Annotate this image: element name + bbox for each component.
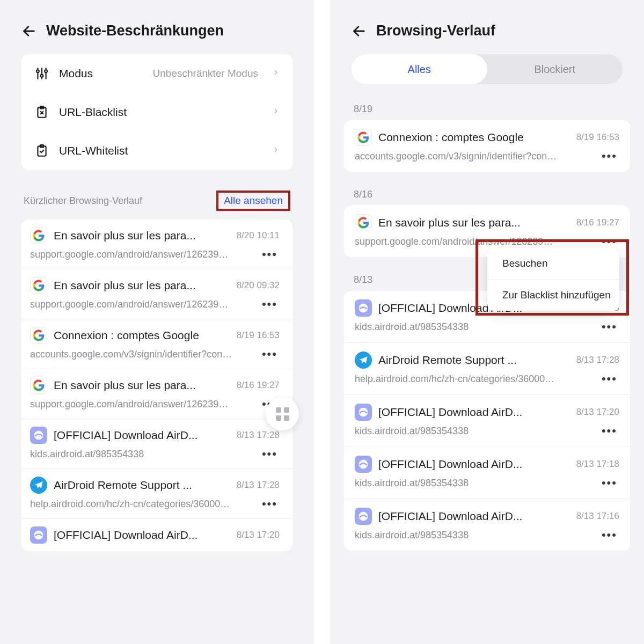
tab-blocked[interactable]: Blockiert: [487, 54, 623, 84]
google-icon: [30, 227, 47, 244]
item-title: En savoir plus sur les para...: [378, 216, 570, 229]
chevron-right-icon: [272, 146, 280, 156]
item-time: 8/13 17:28: [576, 355, 619, 365]
grid-icon: [276, 407, 289, 421]
history-group-card: [OFFICIAL] Download AirD...8/13 17:28kid…: [344, 291, 630, 551]
item-time: 8/19 16:53: [576, 132, 619, 143]
item-title: [OFFICIAL] Download AirD...: [378, 510, 570, 523]
item-url: kids.airdroid.at/985354338: [355, 321, 594, 333]
more-button[interactable]: •••: [260, 447, 280, 461]
item-time: 8/13 17:16: [576, 511, 619, 522]
more-button[interactable]: •••: [599, 476, 619, 490]
modus-value: Unbeschränkter Modus: [153, 68, 258, 79]
settings-card: Modus Unbeschränkter Modus URL-Blacklist…: [21, 54, 292, 170]
history-item[interactable]: [OFFICIAL] Download AirD...8/13 17:20: [21, 519, 292, 551]
more-button[interactable]: •••: [599, 149, 619, 163]
google-icon: [30, 327, 47, 344]
chevron-right-icon: [272, 69, 280, 78]
item-url: help.airdroid.com/hc/zh-cn/categories/36…: [30, 499, 254, 510]
item-time: 8/20 10:11: [237, 230, 280, 241]
item-time: 8/13 17:20: [576, 407, 619, 418]
highlight-see-all: Alle ansehen: [216, 191, 290, 211]
clipboard-x-icon: [34, 105, 49, 120]
airdroid-icon: [30, 427, 47, 444]
row-modus[interactable]: Modus Unbeschränkter Modus: [21, 54, 292, 93]
item-time: 8/16 19:27: [576, 217, 619, 228]
item-url: support.google.com/android/answer/126239…: [355, 236, 594, 247]
arrow-left-icon: [352, 24, 367, 39]
item-title: [OFFICIAL] Download AirD...: [378, 458, 570, 471]
telegram-icon: [30, 477, 47, 494]
item-time: 8/13 17:20: [237, 530, 280, 540]
more-button[interactable]: •••: [260, 247, 280, 261]
see-all-link[interactable]: Alle ansehen: [224, 195, 283, 206]
history-item[interactable]: Connexion : comptes Google8/19 16:53acco…: [344, 120, 630, 172]
row-url-blacklist[interactable]: URL-Blacklist: [21, 93, 292, 131]
history-item[interactable]: [OFFICIAL] Download AirD...8/13 17:28kid…: [21, 419, 292, 469]
tab-all[interactable]: Alles: [352, 54, 487, 84]
history-item[interactable]: [OFFICIAL] Download AirD...8/13 17:20kid…: [344, 395, 630, 447]
page-title: Browsing-Verlauf: [376, 23, 495, 39]
item-title: En savoir plus sur les para...: [54, 279, 230, 292]
item-time: 8/16 19:27: [237, 380, 280, 391]
recent-history-list: En savoir plus sur les para...8/20 10:11…: [21, 219, 292, 551]
history-item[interactable]: AirDroid Remote Support ...8/13 17:28hel…: [344, 343, 630, 395]
item-url: accounts.google.com/v3/signin/identifier…: [355, 151, 594, 162]
history-item[interactable]: En savoir plus sur les para...8/20 09:32…: [21, 269, 292, 319]
item-time: 8/20 09:32: [237, 280, 280, 291]
header: Browsing-Verlauf: [330, 0, 644, 54]
back-button[interactable]: [21, 24, 36, 39]
item-url: support.google.com/android/answer/126239…: [30, 299, 254, 310]
clipboard-check-icon: [34, 143, 49, 158]
history-item[interactable]: AirDroid Remote Support ...8/13 17:28hel…: [21, 469, 292, 519]
item-title: En savoir plus sur les para...: [54, 229, 230, 242]
item-time: 8/19 16:53: [237, 330, 280, 341]
item-title: Connexion : comptes Google: [378, 131, 570, 144]
history-item[interactable]: [OFFICIAL] Download AirD...8/13 17:18kid…: [344, 447, 630, 499]
airdroid-icon: [355, 456, 372, 473]
sliders-icon: [34, 66, 49, 81]
blacklist-label: URL-Blacklist: [59, 106, 258, 119]
more-button[interactable]: •••: [599, 528, 619, 542]
back-button[interactable]: [352, 24, 367, 39]
more-button[interactable]: •••: [260, 497, 280, 511]
history-item[interactable]: Connexion : comptes Google8/19 16:53acco…: [21, 319, 292, 369]
recent-history-header: Kürzlicher Browsing-Verlauf Alle ansehen: [0, 173, 314, 219]
airdroid-icon: [355, 508, 372, 525]
item-time: 8/13 17:28: [237, 430, 280, 441]
date-header: 8/16: [330, 180, 644, 206]
item-url: accounts.google.com/v3/signin/identifier…: [30, 349, 254, 360]
more-button[interactable]: •••: [599, 320, 619, 334]
svg-point-4: [41, 75, 43, 77]
google-icon: [355, 129, 372, 146]
more-button[interactable]: •••: [599, 424, 619, 438]
history-item[interactable]: En savoir plus sur les para...8/16 19:27…: [21, 369, 292, 419]
context-menu: Besuchen Zur Blacklist hinzufügen: [487, 248, 619, 311]
svg-point-2: [36, 70, 39, 72]
item-title: [OFFICIAL] Download AirD...: [378, 406, 570, 419]
item-title: En savoir plus sur les para...: [54, 379, 230, 392]
more-button[interactable]: •••: [260, 297, 280, 311]
history-item[interactable]: [OFFICIAL] Download AirD...8/13 17:16kid…: [344, 499, 630, 551]
more-button[interactable]: •••: [599, 372, 619, 386]
item-title: AirDroid Remote Support ...: [378, 354, 570, 367]
more-button[interactable]: •••: [260, 347, 280, 361]
item-title: [OFFICIAL] Download AirD...: [54, 529, 230, 541]
menu-add-blacklist[interactable]: Zur Blacklist hinzufügen: [487, 279, 619, 311]
more-button[interactable]: •••: [599, 235, 619, 248]
item-time: 8/13 17:18: [576, 459, 619, 470]
floating-grid-button[interactable]: [266, 397, 299, 430]
history-group-card: Connexion : comptes Google8/19 16:53acco…: [344, 120, 630, 172]
history-groups: 8/19Connexion : comptes Google8/19 16:53…: [330, 95, 644, 559]
item-url: support.google.com/android/answer/126239…: [30, 399, 254, 410]
airdroid-icon: [355, 299, 372, 317]
row-url-whitelist[interactable]: URL-Whitelist: [21, 131, 292, 170]
segmented-control: Alles Blockiert: [352, 54, 623, 84]
menu-visit[interactable]: Besuchen: [487, 248, 619, 279]
item-url: kids.airdroid.at/985354338: [355, 478, 594, 489]
arrow-left-icon: [21, 24, 36, 39]
telegram-icon: [355, 352, 372, 369]
item-url: kids.airdroid.at/985354338: [355, 530, 594, 541]
panel-browsing-history: Browsing-Verlauf Alles Blockiert 8/19Con…: [330, 0, 644, 644]
history-item[interactable]: En savoir plus sur les para...8/20 10:11…: [21, 219, 292, 269]
